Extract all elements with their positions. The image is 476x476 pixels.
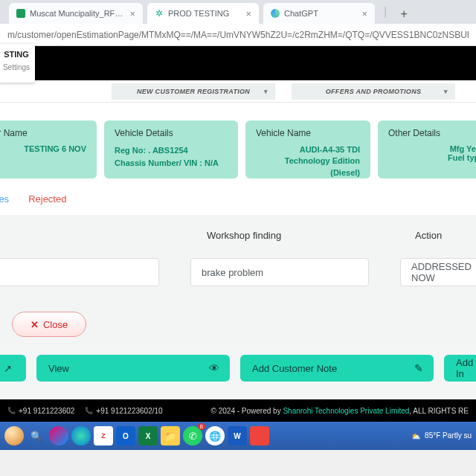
card-title: Vehicle Details [115, 128, 228, 138]
edit-icon: ✎ [414, 362, 423, 374]
taskbar-search-icon[interactable]: 🔍 [27, 426, 46, 446]
vehicle-details-card[interactable]: Vehicle Details Reg No: . ABS1254 Chassi… [104, 120, 238, 178]
browser-tab[interactable]: ChatGPT × [263, 3, 375, 24]
tab-services[interactable]: ices [0, 193, 9, 205]
action-input[interactable]: ADDRESSED NOW [400, 258, 476, 286]
phone-2[interactable]: +91 9121223602/10 [85, 407, 162, 415]
footer-bar: +91 9121223602 +91 9121223602/10 © 2024 … [0, 399, 476, 422]
card-line2: (Diesel) [256, 167, 360, 178]
footer-credit: © 2024 - Powered by Shanrohi Technologie… [211, 407, 469, 415]
browser-tab-active[interactable]: ✲ PROD TESTING × [147, 3, 259, 24]
chrome-icon[interactable]: 🌐 [205, 426, 225, 446]
whatsapp-icon[interactable]: ✆8 [183, 426, 202, 446]
external-link-button[interactable]: ↗ [0, 355, 26, 382]
copilot-icon[interactable] [49, 426, 68, 446]
address-bar[interactable]: m/customer/openEstimationPage/MTMxMQ==/M… [0, 24, 476, 46]
word-icon[interactable]: W [228, 426, 247, 446]
url-text: m/customer/openEstimationPage/MTMxMQ==/M… [7, 30, 469, 40]
sub-tabs: ices Rejected [0, 193, 476, 215]
dropdown-row: NEW CUSTOMER REGISTRATION OFFERS AND PRO… [0, 80, 476, 103]
add-button[interactable]: Add In [444, 355, 476, 382]
close-tab-icon[interactable]: × [361, 8, 367, 19]
phone-1[interactable]: +91 9121223602 [7, 407, 74, 415]
close-tab-icon[interactable]: × [129, 8, 135, 19]
gear-icon: ✲ [155, 9, 164, 18]
action-button-row: ↗ View 👁 Add Customer Note ✎ Add In [0, 344, 476, 399]
chatgpt-icon [271, 9, 280, 18]
card-title: ner Name [0, 128, 86, 138]
close-label: Close [43, 319, 68, 330]
windows-taskbar[interactable]: 🔍 Z O X 📁 ✆8 🌐 W ⛅ 85°F Partly su [0, 422, 476, 450]
eye-icon: 👁 [209, 362, 219, 374]
app-header: STING Settings [0, 46, 476, 80]
external-link-icon: ↗ [4, 363, 12, 374]
taskbar-right[interactable]: ⛅ 85°F Partly su [411, 431, 472, 440]
workshop-finding-input[interactable]: brake problem [190, 258, 369, 286]
new-tab-button[interactable]: + [394, 4, 414, 24]
view-button[interactable]: View 👁 [36, 355, 230, 382]
anydesk-icon[interactable] [250, 426, 269, 446]
weather-icon: ⛅ [411, 432, 420, 440]
first-input[interactable] [0, 258, 159, 286]
card-fuel: Fuel type: [388, 153, 476, 162]
start-button[interactable] [4, 426, 24, 446]
sheets-icon [16, 9, 25, 18]
other-details-card[interactable]: Other Details Mfg Year: Fuel type: [378, 120, 476, 178]
zoho-icon[interactable]: Z [94, 426, 113, 446]
close-tab-icon[interactable]: × [245, 8, 251, 19]
tab-rejected[interactable]: Rejected [28, 193, 66, 205]
close-button[interactable]: ✕ Close [12, 312, 86, 337]
offers-dropdown[interactable]: OFFERS AND PROMOTIONS [292, 83, 455, 100]
card-title: Vehicle Name [256, 128, 360, 138]
close-icon: ✕ [30, 319, 39, 330]
tab-label: PROD TESTING [168, 9, 239, 18]
add-customer-note-button[interactable]: Add Customer Note ✎ [240, 355, 434, 382]
close-row: ✕ Close [0, 292, 476, 344]
vehicle-name-card[interactable]: Vehicle Name AUDI-A4-35 TDI Technology E… [245, 120, 370, 178]
badge-line1: STING [0, 44, 35, 59]
badge-line2: Settings [0, 59, 35, 71]
header-badge[interactable]: STING Settings [0, 44, 35, 83]
form-area: Workshop finding Action brake problem AD… [0, 215, 476, 292]
card-reg: Reg No: . ABS1254 [115, 144, 228, 157]
browser-tab[interactable]: Muscat Muncipality_RFP Scope × [9, 3, 143, 24]
card-value: TESTING 6 NOV [0, 144, 86, 153]
new-customer-dropdown[interactable]: NEW CUSTOMER REGISTRATION [112, 83, 275, 100]
edge-icon[interactable] [71, 426, 91, 446]
card-line1: AUDI-A4-35 TDI Technology Edition [256, 144, 360, 167]
tab-label: Muscat Muncipality_RFP Scope [30, 9, 123, 18]
action-label: Action [415, 230, 442, 241]
workshop-finding-label: Workshop finding [207, 230, 281, 241]
card-mfg: Mfg Year: [388, 144, 476, 153]
outlook-icon[interactable]: O [116, 426, 135, 446]
explorer-icon[interactable]: 📁 [161, 426, 180, 446]
info-card-area: ner Name TESTING 6 NOV Vehicle Details R… [0, 103, 476, 193]
card-title: Other Details [388, 128, 476, 138]
excel-icon[interactable]: X [138, 426, 158, 446]
customer-name-card[interactable]: ner Name TESTING 6 NOV [0, 120, 97, 178]
tab-label: ChatGPT [284, 9, 356, 18]
card-vin: Chassis Number/ VIN : N/A [115, 157, 228, 170]
browser-tab-strip: Muscat Muncipality_RFP Scope × ✲ PROD TE… [0, 0, 476, 24]
